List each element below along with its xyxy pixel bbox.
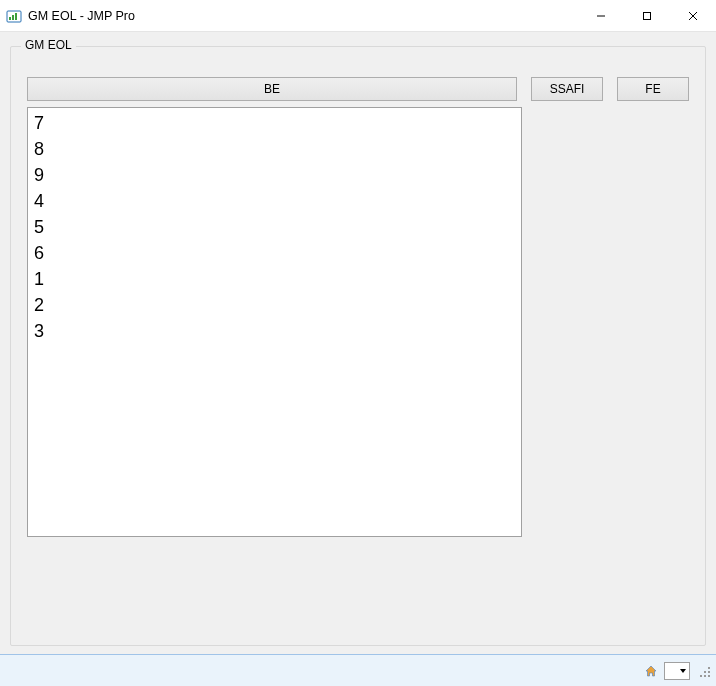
tab-button-row: BE SSAFI FE (27, 77, 689, 101)
fe-button-label: FE (645, 82, 660, 96)
title-bar: GM EOL - JMP Pro (0, 0, 716, 32)
jmp-app-icon (6, 8, 22, 24)
client-area: GM EOL BE SSAFI FE 789456123 (0, 32, 716, 654)
be-button-label: BE (264, 82, 280, 96)
ssafi-button[interactable]: SSAFI (531, 77, 603, 101)
resize-grip[interactable] (696, 663, 712, 679)
window-controls (578, 0, 716, 31)
list-item[interactable]: 6 (32, 240, 517, 266)
status-bar (0, 654, 716, 686)
gm-eol-groupbox: GM EOL BE SSAFI FE 789456123 (10, 46, 706, 646)
svg-rect-1 (9, 17, 11, 20)
groupbox-legend: GM EOL (21, 38, 76, 52)
svg-marker-8 (680, 669, 686, 673)
value-listbox[interactable]: 789456123 (27, 107, 522, 537)
list-item[interactable]: 7 (32, 110, 517, 136)
maximize-button[interactable] (624, 0, 670, 31)
close-button[interactable] (670, 0, 716, 31)
list-item[interactable]: 2 (32, 292, 517, 318)
list-item[interactable]: 5 (32, 214, 517, 240)
home-icon[interactable] (642, 662, 660, 680)
status-dropdown[interactable] (664, 662, 690, 680)
list-item[interactable]: 4 (32, 188, 517, 214)
ssafi-button-label: SSAFI (550, 82, 585, 96)
svg-rect-5 (644, 12, 651, 19)
list-item[interactable]: 8 (32, 136, 517, 162)
list-item[interactable]: 3 (32, 318, 517, 344)
list-item[interactable]: 9 (32, 162, 517, 188)
be-button[interactable]: BE (27, 77, 517, 101)
window-title: GM EOL - JMP Pro (28, 9, 135, 23)
svg-rect-2 (12, 15, 14, 20)
fe-button[interactable]: FE (617, 77, 689, 101)
minimize-button[interactable] (578, 0, 624, 31)
list-item[interactable]: 1 (32, 266, 517, 292)
svg-rect-3 (15, 13, 17, 20)
